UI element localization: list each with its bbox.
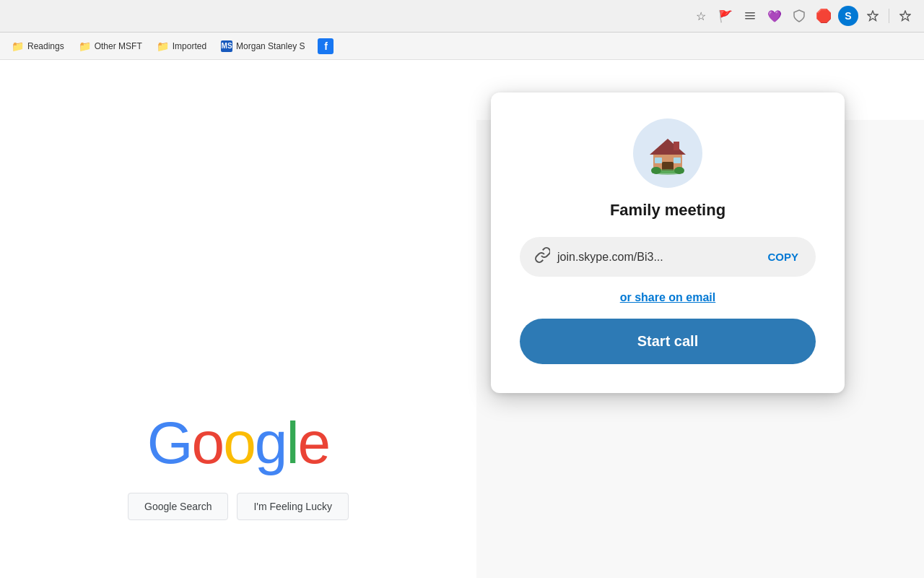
facebook-bookmark[interactable]: f [313,35,338,57]
ms-icon: MS [221,40,232,52]
svg-rect-2 [745,18,755,20]
copy-button[interactable]: COPY [764,251,801,263]
imported-label: Imported [173,41,206,51]
svg-rect-1 [745,15,755,17]
google-logo: Google [147,413,329,473]
folder-icon: 📁 [157,40,169,52]
toolbar-divider [889,9,889,23]
readings-bookmark[interactable]: 📁 Readings [6,38,70,55]
start-call-button[interactable]: Start call [520,319,816,364]
svg-rect-9 [674,158,681,163]
morgan-stanley-label: Morgan Stanley S [236,41,305,51]
folder-icon: 📁 [79,40,91,52]
svg-rect-0 [745,12,755,14]
o-letter-1: o [192,410,224,475]
popup-title: Family meeting [610,201,725,220]
heart-shield-icon[interactable]: 💜 [764,6,785,26]
link-box: join.skype.com/Bi3... COPY [520,237,816,277]
link-icon [534,247,550,267]
bookmarks-bar: 📁 Readings 📁 Other MSFT 📁 Imported MS Mo… [0,33,924,60]
browser-toolbar: ☆ 🚩 💜 🛑 S [0,0,924,33]
link-text: join.skype.com/Bi3... [557,251,663,264]
other-msft-bookmark[interactable]: 📁 Other MSFT [73,38,148,55]
readings-label: Readings [27,41,64,51]
other-msft-label: Other MSFT [95,41,142,51]
gear-dots-icon[interactable] [740,6,760,26]
svg-point-13 [651,167,661,174]
share-email-link[interactable]: or share on email [620,291,716,304]
g-letter-2: g [255,410,287,475]
extensions-icon[interactable] [863,6,883,26]
svg-marker-3 [868,11,878,21]
svg-marker-6 [650,139,686,155]
svg-rect-10 [674,142,679,150]
star-add-icon[interactable]: ☆ [691,6,711,26]
main-layout: Google Google Search I'm Feeling Lucky [0,60,924,578]
o-letter-2: o [223,410,255,475]
imported-bookmark[interactable]: 📁 Imported [151,38,212,55]
link-box-left: join.skype.com/Bi3... [534,247,663,267]
g-letter: G [147,410,192,475]
folder-icon: 📁 [12,40,24,52]
svg-rect-8 [655,158,662,163]
google-logo-area: Google Google Search I'm Feeling Lucky [128,413,349,520]
meeting-avatar [633,118,702,188]
google-search-button[interactable]: Google Search [128,493,228,520]
skype-icon[interactable]: S [838,6,858,26]
feeling-lucky-button[interactable]: I'm Feeling Lucky [237,493,349,520]
google-page: Google Google Search I'm Feeling Lucky [0,60,476,578]
customize-icon[interactable] [895,6,915,26]
morgan-stanley-bookmark[interactable]: MS Morgan Stanley S [215,38,310,55]
stop-icon[interactable]: 🛑 [814,6,834,26]
shield-outline-icon[interactable] [789,6,809,26]
svg-marker-4 [900,11,910,21]
flag-icon[interactable]: 🚩 [715,6,736,26]
e-letter: e [298,410,330,475]
l-letter: l [286,410,297,475]
google-buttons: Google Search I'm Feeling Lucky [128,493,349,520]
svg-point-14 [674,167,684,174]
facebook-icon: f [318,38,334,54]
skype-popup: Family meeting join.skype.com/Bi3... COP… [491,92,845,393]
